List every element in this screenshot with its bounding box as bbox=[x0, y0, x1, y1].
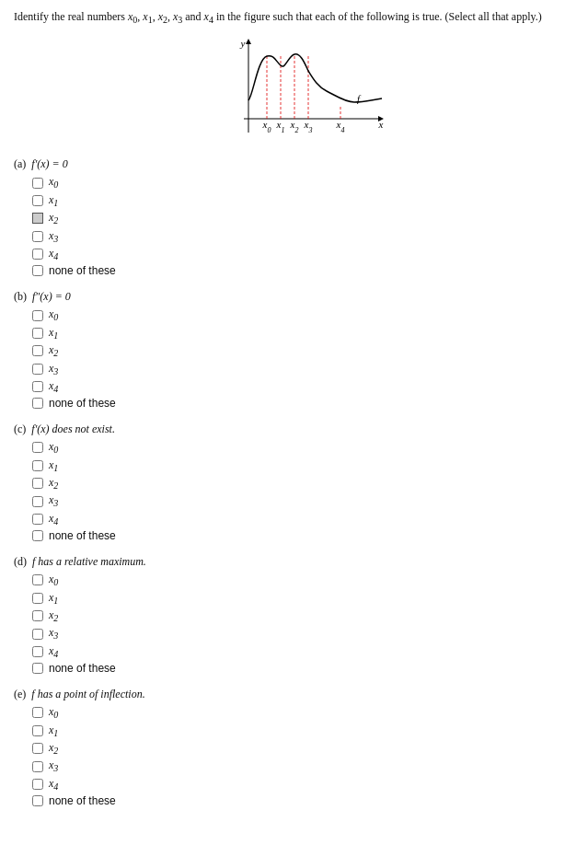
checkbox-2-1[interactable] bbox=[32, 460, 43, 471]
option-label-2-4: x4 bbox=[49, 512, 58, 527]
option-row-4-3: x3 bbox=[32, 758, 574, 773]
option-row-0-4: x4 bbox=[32, 247, 574, 261]
checkbox-2-4[interactable] bbox=[32, 514, 43, 525]
checkbox-0-5[interactable] bbox=[32, 265, 43, 276]
checkbox-2-5[interactable] bbox=[32, 530, 43, 541]
option-label-4-1: x1 bbox=[49, 723, 58, 738]
checkbox-2-3[interactable] bbox=[32, 496, 43, 507]
option-label-1-5: none of these bbox=[49, 397, 116, 410]
option-row-1-2: x2 bbox=[32, 343, 574, 358]
checkbox-4-0[interactable] bbox=[32, 707, 43, 718]
checkbox-2-0[interactable] bbox=[32, 442, 43, 453]
option-row-0-0: x0 bbox=[32, 175, 574, 190]
option-label-3-3: x3 bbox=[49, 626, 58, 641]
svg-text:x1: x1 bbox=[275, 119, 284, 134]
checkbox-1-5[interactable] bbox=[32, 398, 43, 409]
checkbox-4-5[interactable] bbox=[32, 795, 43, 806]
option-row-4-4: x4 bbox=[32, 777, 574, 792]
option-row-0-1: x1 bbox=[32, 193, 574, 208]
part-e: (e) f has a point of inflection.x0x1x2x3… bbox=[14, 688, 574, 807]
svg-text:x2: x2 bbox=[289, 119, 298, 134]
checkbox-3-4[interactable] bbox=[32, 646, 43, 657]
part-label-3: (d) f has a relative maximum. bbox=[14, 555, 574, 569]
option-label-2-0: x0 bbox=[49, 440, 58, 455]
option-row-0-5: none of these bbox=[32, 264, 574, 277]
part-d: (d) f has a relative maximum.x0x1x2x3x4n… bbox=[14, 555, 574, 675]
part-c: (c) f′(x) does not exist.x0x1x2x3x4none … bbox=[14, 422, 574, 542]
option-row-1-5: none of these bbox=[32, 397, 574, 410]
option-row-3-1: x1 bbox=[32, 591, 574, 606]
checkbox-3-0[interactable] bbox=[32, 574, 43, 585]
option-label-0-0: x0 bbox=[49, 175, 58, 190]
option-label-1-2: x2 bbox=[49, 343, 58, 358]
option-label-4-2: x2 bbox=[49, 741, 58, 756]
option-label-1-4: x4 bbox=[49, 379, 58, 394]
option-row-4-2: x2 bbox=[32, 741, 574, 756]
option-label-1-3: x3 bbox=[49, 362, 58, 376]
svg-text:y: y bbox=[239, 38, 245, 49]
option-row-2-2: x2 bbox=[32, 476, 574, 491]
part-label-4: (e) f has a point of inflection. bbox=[14, 688, 574, 701]
checkbox-2-2[interactable] bbox=[32, 478, 43, 489]
part-b: (b) f″(x) = 0x0x1x2x3x4none of these bbox=[14, 290, 574, 410]
option-row-1-1: x1 bbox=[32, 326, 574, 341]
option-row-4-5: none of these bbox=[32, 794, 574, 807]
option-label-0-5: none of these bbox=[49, 264, 116, 277]
svg-text:x: x bbox=[377, 119, 383, 130]
svg-text:x4: x4 bbox=[335, 119, 344, 134]
parts-container: (a) f′(x) = 0x0x1x2x3x4none of these(b) … bbox=[14, 157, 574, 807]
option-row-3-0: x0 bbox=[32, 573, 574, 587]
option-row-2-3: x3 bbox=[32, 493, 574, 508]
options-group-2: x0x1x2x3x4none of these bbox=[14, 440, 574, 542]
checkbox-0-4[interactable] bbox=[32, 249, 43, 260]
option-row-4-1: x1 bbox=[32, 723, 574, 738]
option-row-3-5: none of these bbox=[32, 662, 574, 675]
option-label-2-1: x1 bbox=[49, 458, 58, 473]
option-row-2-0: x0 bbox=[32, 440, 574, 455]
option-label-3-0: x0 bbox=[49, 573, 58, 587]
checkbox-4-3[interactable] bbox=[32, 761, 43, 772]
part-label-2: (c) f′(x) does not exist. bbox=[14, 422, 574, 436]
option-row-3-3: x3 bbox=[32, 626, 574, 641]
checkbox-3-2[interactable] bbox=[32, 610, 43, 621]
checkbox-1-3[interactable] bbox=[32, 364, 43, 375]
checkbox-1-2[interactable] bbox=[32, 345, 43, 356]
checkbox-1-0[interactable] bbox=[32, 310, 43, 321]
checkbox-0-1[interactable] bbox=[32, 195, 43, 206]
option-row-0-2: x2 bbox=[32, 211, 574, 226]
checkbox-checked-0-2[interactable] bbox=[32, 213, 43, 224]
checkbox-4-2[interactable] bbox=[32, 743, 43, 754]
options-group-1: x0x1x2x3x4none of these bbox=[14, 307, 574, 410]
option-row-1-4: x4 bbox=[32, 379, 574, 394]
part-label-0: (a) f′(x) = 0 bbox=[14, 157, 574, 171]
option-label-2-2: x2 bbox=[49, 476, 58, 491]
option-row-1-3: x3 bbox=[32, 362, 574, 376]
option-row-2-5: none of these bbox=[32, 529, 574, 542]
option-label-4-3: x3 bbox=[49, 758, 58, 773]
question-header: Identify the real numbers x0, x1, x2, x3… bbox=[14, 9, 574, 27]
option-label-0-2: x2 bbox=[49, 211, 58, 226]
option-label-3-4: x4 bbox=[49, 644, 58, 659]
checkbox-1-4[interactable] bbox=[32, 381, 43, 392]
option-row-2-4: x4 bbox=[32, 512, 574, 527]
options-group-0: x0x1x2x3x4none of these bbox=[14, 175, 574, 277]
option-label-4-5: none of these bbox=[49, 794, 116, 807]
option-row-3-2: x2 bbox=[32, 608, 574, 623]
option-label-3-2: x2 bbox=[49, 608, 58, 623]
options-group-4: x0x1x2x3x4none of these bbox=[14, 705, 574, 807]
option-label-2-3: x3 bbox=[49, 493, 58, 508]
option-row-3-4: x4 bbox=[32, 644, 574, 659]
checkbox-0-0[interactable] bbox=[32, 178, 43, 189]
checkbox-3-3[interactable] bbox=[32, 629, 43, 640]
checkbox-4-1[interactable] bbox=[32, 725, 43, 736]
part-a: (a) f′(x) = 0x0x1x2x3x4none of these bbox=[14, 157, 574, 277]
graph-figure: y x x0 x1 x2 x3 x4 f bbox=[202, 36, 386, 146]
option-row-4-0: x0 bbox=[32, 705, 574, 720]
option-label-1-1: x1 bbox=[49, 326, 58, 341]
part-label-1: (b) f″(x) = 0 bbox=[14, 290, 574, 304]
checkbox-3-1[interactable] bbox=[32, 593, 43, 604]
checkbox-1-1[interactable] bbox=[32, 328, 43, 339]
checkbox-4-4[interactable] bbox=[32, 779, 43, 790]
checkbox-3-5[interactable] bbox=[32, 663, 43, 674]
checkbox-0-3[interactable] bbox=[32, 231, 43, 242]
